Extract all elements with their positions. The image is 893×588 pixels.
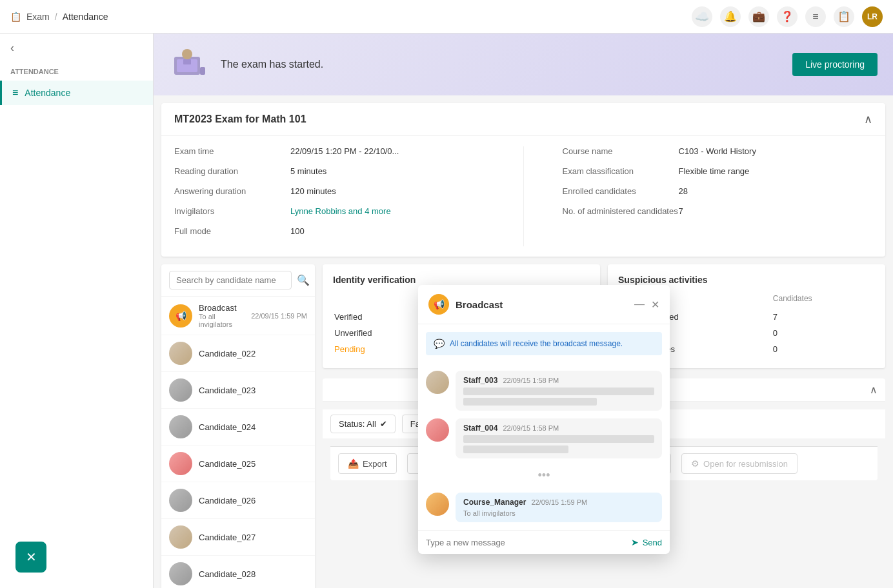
- staff-003-text: [463, 387, 654, 395]
- sidebar-item-attendance[interactable]: ≡ Attendance: [0, 81, 153, 105]
- exam-time-label: Exam time: [174, 146, 290, 156]
- candidate-022-info: Candidate_022: [199, 349, 307, 358]
- gte-10-value: 0: [773, 342, 874, 357]
- candidate-026-info: Candidate_026: [199, 496, 307, 505]
- sidebar: ‹ Attendance ≡ Attendance: [0, 34, 154, 588]
- course-name-label: Course name: [563, 146, 679, 156]
- resubmission-button[interactable]: ⚙ Open for resubmission: [681, 453, 798, 474]
- administered-label: No. of administered candidates: [563, 206, 679, 216]
- close-x-button[interactable]: ✕: [15, 542, 46, 573]
- search-button[interactable]: 🔍: [297, 274, 310, 286]
- resubmission-icon: ⚙: [691, 458, 699, 469]
- breadcrumb-exam-icon: 📋: [10, 12, 21, 22]
- briefcase-icon[interactable]: 💼: [748, 6, 769, 27]
- status-filter[interactable]: Status: All ✔: [330, 415, 396, 433]
- status-filter-check-icon: ✔: [380, 419, 387, 429]
- staff-004-name: Staff_004: [463, 424, 497, 433]
- broadcast-time: 22/09/15 1:59 PM: [251, 312, 307, 320]
- exam-banner: The exam has started. Live proctoring: [154, 34, 893, 95]
- broadcast-info: Broadcast To all invigilators: [199, 303, 245, 328]
- modal-close-button[interactable]: ✕: [651, 299, 659, 311]
- clipboard-icon[interactable]: 📋: [834, 6, 854, 27]
- suspicious-col-candidates: Candidates: [773, 294, 874, 308]
- course-manager-time: 22/09/15 1:59 PM: [531, 498, 587, 506]
- less-10-value: 0: [773, 326, 874, 340]
- collapse-panel-button[interactable]: ∧: [870, 384, 878, 396]
- candidate-028-name: Candidate_028: [199, 569, 307, 579]
- reading-duration-value: 5 minutes: [290, 166, 485, 176]
- sidebar-toggle[interactable]: ‹: [0, 34, 153, 63]
- message-row: Course_Manager 22/09/15 1:59 PM To all i…: [426, 493, 662, 522]
- exam-classification-label: Exam classification: [563, 166, 679, 176]
- list-item[interactable]: Candidate_024: [161, 409, 315, 446]
- user-avatar[interactable]: LR: [862, 6, 883, 27]
- answering-duration-row: Answering duration 120 minutes: [174, 186, 485, 196]
- broadcast-item[interactable]: 📢 Broadcast To all invigilators 22/09/15…: [161, 297, 315, 335]
- broadcast-notice-text: All candidates will receive the broadcas…: [450, 339, 623, 348]
- top-nav: 📋 Exam / Attendance ☁️ 🔔 💼 ❓ ≡ 📋 LR: [0, 0, 893, 34]
- staff-004-text: [463, 435, 654, 443]
- candidate-025-info: Candidate_025: [199, 459, 307, 469]
- candidate-024-info: Candidate_024: [199, 422, 307, 432]
- collapse-button[interactable]: ∧: [864, 112, 872, 126]
- export-icon: 📤: [348, 458, 359, 469]
- invigilators-value[interactable]: Lynne Robbins and 4 more: [290, 206, 485, 216]
- svg-point-2: [182, 49, 192, 59]
- suspicious-activities-title: Suspicious activities: [618, 275, 875, 285]
- banner-illustration: [169, 44, 210, 85]
- message-input[interactable]: [426, 538, 626, 547]
- candidate-026-avatar: [169, 489, 192, 512]
- candidate-025-name: Candidate_025: [199, 459, 307, 469]
- answering-duration-value: 120 minutes: [290, 186, 485, 196]
- course-manager-recipient: To all invigilators: [463, 509, 654, 517]
- list-item[interactable]: Candidate_027: [161, 519, 315, 556]
- candidate-022-avatar: [169, 342, 192, 365]
- reading-duration-label: Reading duration: [174, 166, 290, 176]
- bell-icon[interactable]: 🔔: [720, 6, 741, 27]
- main-content: The exam has started. Live proctoring MT…: [154, 34, 893, 588]
- staff-004-bubble: Staff_004 22/09/15 1:58 PM: [456, 418, 662, 458]
- staff-003-avatar: [426, 371, 449, 394]
- enrolled-label: Enrolled candidates: [563, 186, 679, 196]
- list-icon[interactable]: ≡: [805, 6, 826, 27]
- modal-minimize-button[interactable]: —: [634, 299, 645, 311]
- live-proctoring-button[interactable]: Live proctoring: [792, 53, 878, 76]
- candidate-027-avatar: [169, 525, 192, 549]
- broadcast-notice: 💬 All candidates will receive the broadc…: [426, 332, 662, 355]
- list-item[interactable]: Candidate_022: [161, 335, 315, 372]
- exam-info-col-left: Exam time 22/09/15 1:20 PM - 22/10/0... …: [174, 146, 485, 246]
- main-layout: ‹ Attendance ≡ Attendance The exam has s…: [0, 34, 893, 588]
- modal-input-row: ➤ Send: [418, 530, 670, 554]
- staff-003-bubble: Staff_003 22/09/15 1:58 PM: [456, 371, 662, 411]
- cloud-icon[interactable]: ☁️: [692, 6, 712, 27]
- candidate-027-info: Candidate_027: [199, 533, 307, 542]
- administered-value: 7: [679, 206, 873, 216]
- candidate-028-avatar: [169, 562, 192, 585]
- enrolled-value: 28: [679, 186, 873, 196]
- export-button[interactable]: 📤 Export: [338, 453, 397, 474]
- send-button[interactable]: ➤ Send: [631, 537, 662, 547]
- identity-verification-title: Identity verification: [333, 275, 590, 285]
- breadcrumb-exam[interactable]: Exam: [26, 12, 50, 22]
- list-item[interactable]: Candidate_023: [161, 372, 315, 409]
- help-icon[interactable]: ❓: [777, 6, 798, 27]
- exam-info-col-right: Course name C103 - World History Exam cl…: [563, 146, 873, 246]
- full-mode-value: 100: [290, 226, 485, 236]
- top-nav-right: ☁️ 🔔 💼 ❓ ≡ 📋 LR: [692, 6, 883, 27]
- candidate-023-name: Candidate_023: [199, 386, 307, 395]
- exam-classification-value: Flexible time range: [679, 166, 873, 176]
- message-row: Staff_004 22/09/15 1:58 PM: [426, 418, 662, 458]
- staff-003-name: Staff_003: [463, 376, 497, 385]
- breadcrumb-attendance: Attendance: [63, 12, 108, 22]
- search-input[interactable]: [169, 271, 292, 289]
- course-name-row: Course name C103 - World History: [563, 146, 873, 156]
- list-item[interactable]: Candidate_026: [161, 482, 315, 519]
- staff-004-avatar: [426, 418, 449, 442]
- staff-003-header: Staff_003 22/09/15 1:58 PM: [463, 376, 654, 385]
- list-item[interactable]: Candidate_028: [161, 556, 315, 588]
- course-manager-avatar: [426, 493, 449, 516]
- list-item[interactable]: Candidate_025: [161, 446, 315, 482]
- broadcast-modal-icon: 📢: [428, 294, 449, 315]
- resubmission-label: Open for resubmission: [703, 459, 788, 469]
- messages-area: Staff_003 22/09/15 1:58 PM Staff_004 22/…: [418, 363, 670, 530]
